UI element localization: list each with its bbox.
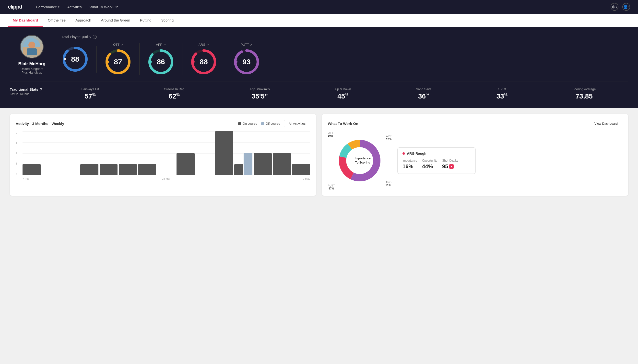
legend-on-course: On course: [238, 122, 257, 126]
quality-help-icon[interactable]: ?: [93, 35, 97, 39]
bar-group: [61, 131, 79, 175]
logo[interactable]: clippd: [8, 4, 22, 10]
bar-group: [196, 131, 214, 175]
bar-group: [254, 131, 272, 175]
chart-bars: [23, 131, 310, 175]
quality-section: Total Player Quality ? 88: [62, 35, 628, 75]
ring-arg: 88: [190, 48, 217, 75]
bar-group: [176, 131, 195, 175]
bar-on-course: [176, 153, 195, 175]
putt-trend-icon: ↗: [250, 43, 252, 46]
arg-metrics: Importance 16% Opportunity 44% Shot Qual…: [402, 159, 471, 170]
score-value-total: 88: [71, 55, 79, 63]
score-app: APP ↗ 86: [140, 43, 182, 75]
nav-performance[interactable]: Performance ▾: [36, 5, 60, 9]
user-menu[interactable]: 👤 ▾: [622, 3, 630, 11]
logo-text2: d: [19, 4, 22, 10]
ott-trend-icon: ↗: [120, 43, 123, 46]
donut-label-putt: PUTT 57%: [328, 184, 335, 190]
app-trend-icon: ↗: [163, 43, 166, 46]
top-nav: clippd Performance ▾ Activities What To …: [0, 0, 638, 14]
bar-on-course: [273, 153, 291, 175]
scores-row: 88 OTT ↗ 87: [62, 43, 628, 75]
donut-wrapper: Importance To Scoring OTT 10% APP 12% AR…: [328, 131, 391, 190]
bar-on-course: [138, 164, 156, 175]
down-badge-icon: ▼: [449, 164, 454, 169]
ring-app: 86: [147, 48, 174, 75]
tabs-bar: My Dashboard Off the Tee Approach Around…: [0, 14, 638, 27]
player-name: Blair McHarg: [18, 61, 45, 66]
view-dashboard-button[interactable]: View Dashboard: [590, 120, 622, 127]
metric-opportunity: Opportunity 44%: [422, 159, 437, 170]
score-value-arg: 88: [199, 58, 207, 66]
legend-off-course: Off course: [261, 122, 280, 126]
trad-help-icon[interactable]: ?: [40, 87, 42, 92]
chart-x-labels: 7 Feb 28 Mar 9 May: [23, 177, 310, 180]
bar-group: [100, 131, 118, 175]
bar-on-course: [80, 164, 98, 175]
score-value-ott: 87: [114, 58, 122, 66]
bottom-section: Activity - 3 Months - Weekly On course O…: [0, 108, 638, 202]
score-value-putt: 93: [242, 58, 251, 66]
score-arg: ARG ↗ 88: [182, 43, 225, 75]
activity-chart-title: Activity - 3 Months - Weekly: [16, 122, 64, 126]
all-activities-button[interactable]: All Activities: [284, 120, 310, 127]
tab-approach[interactable]: Approach: [71, 14, 96, 27]
bar-group: [292, 131, 310, 175]
avatar: [20, 35, 44, 58]
donut-center-label: Importance To Scoring: [355, 156, 371, 165]
score-total: 88: [62, 46, 97, 72]
score-putt: PUTT ↗ 93: [225, 43, 268, 75]
bar-group: [23, 131, 41, 175]
ring-ott: 87: [105, 48, 131, 75]
metric-importance: Importance 16%: [402, 159, 417, 170]
activity-chart-card: Activity - 3 Months - Weekly On course O…: [10, 114, 316, 196]
player-info: Blair McHarg United Kingdom Plus Handica…: [10, 35, 54, 74]
chart-y-labels: 4 3 2 1 0: [16, 131, 21, 175]
bar-on-course: [119, 164, 137, 175]
stat-app-proximity: App. Proximity 35'5": [250, 87, 270, 100]
metric-shot-quality: Shot Quality 95 ▼: [442, 159, 458, 170]
donut-section: Importance To Scoring OTT 10% APP 12% AR…: [328, 131, 622, 190]
bar-group: [80, 131, 98, 175]
trad-stats-grid: Fairways Hit 57% Greens In Reg 62% App. …: [49, 87, 628, 100]
arg-dot-icon: [402, 152, 405, 155]
stat-up-and-down: Up & Down 45%: [335, 87, 351, 100]
quality-label: Total Player Quality ?: [62, 35, 628, 39]
bar-group: [138, 131, 156, 175]
svg-point-15: [192, 61, 195, 63]
stat-fairways-hit: Fairways Hit 57%: [82, 87, 99, 100]
tab-putting[interactable]: Putting: [135, 14, 156, 27]
svg-point-2: [28, 42, 35, 48]
stat-greens-in-reg: Greens In Reg 62%: [164, 87, 185, 100]
what-to-work-on-title: What To Work On: [328, 122, 358, 126]
ring-total: 88: [62, 46, 89, 72]
bar-group: [273, 131, 291, 175]
trad-sub-label: Last 20 rounds: [10, 92, 49, 96]
tab-around-the-green[interactable]: Around the Green: [96, 14, 135, 27]
svg-point-9: [106, 61, 109, 63]
bar-group: [234, 131, 252, 175]
nav-activities[interactable]: Activities: [67, 5, 82, 9]
trad-stats-label: Traditional Stats: [10, 87, 39, 92]
donut-label-app: APP 12%: [386, 135, 391, 140]
add-button[interactable]: ⊕ ▾: [610, 3, 618, 11]
score-ott: OTT ↗ 87: [97, 43, 140, 75]
bar-on-course: [23, 164, 41, 175]
bar-group: [119, 131, 137, 175]
arg-card-title: ARG Rough: [407, 152, 426, 156]
bar-group: [157, 131, 175, 175]
bar-off-course: [244, 153, 252, 175]
chart-legend: On course Off course: [238, 122, 280, 126]
nav-right: ⊕ ▾ 👤 ▾: [610, 3, 630, 11]
traditional-stats: Traditional Stats ? Last 20 rounds Fairw…: [10, 87, 628, 100]
what-to-work-on-card: What To Work On View Dashboard: [322, 114, 628, 196]
svg-rect-3: [27, 48, 37, 55]
player-handicap: Plus Handicap: [22, 71, 42, 74]
nav-what-to-work-on[interactable]: What To Work On: [90, 5, 118, 9]
tab-my-dashboard[interactable]: My Dashboard: [8, 14, 43, 27]
bar-group: [215, 131, 233, 175]
bar-on-course: [234, 164, 243, 175]
tab-off-the-tee[interactable]: Off the Tee: [43, 14, 71, 27]
tab-scoring[interactable]: Scoring: [156, 14, 178, 27]
